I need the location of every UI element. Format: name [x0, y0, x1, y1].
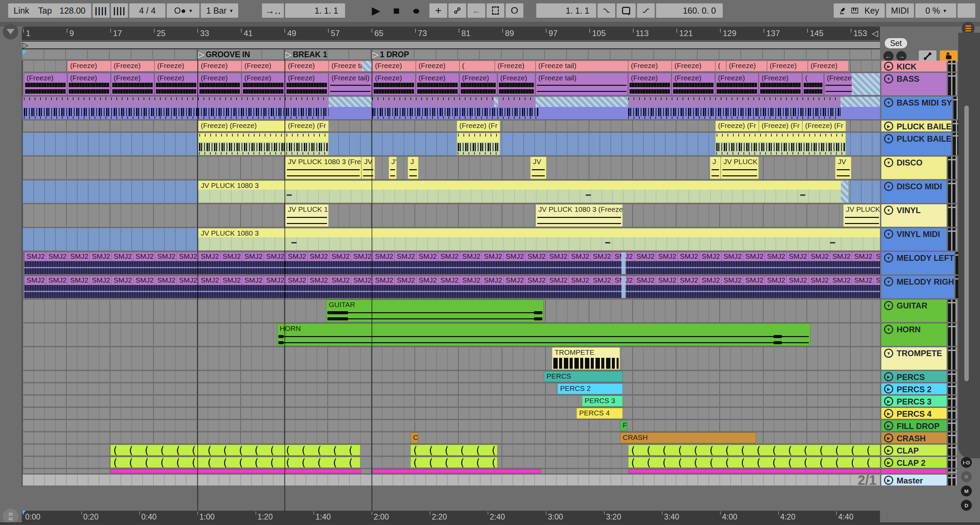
- clip[interactable]: [372, 469, 541, 473]
- clip[interactable]: J: [408, 156, 418, 179]
- session-record-link-icon[interactable]: [449, 3, 466, 18]
- lane-horn[interactable]: HORN: [22, 324, 880, 346]
- lane-kick[interactable]: (Freeze)(Freeze)(Freeze)(Freeze)(Freeze)…: [22, 61, 880, 72]
- track-header-melody-righ[interactable]: ▼MELODY RIGH: [881, 276, 957, 298]
- clip[interactable]: ( ( ( ( ( ( ( ( ( ( ( ( ( ( ( ( ( ( ( ( …: [110, 457, 360, 468]
- fold-track-icon[interactable]: ▼: [884, 301, 893, 310]
- back-to-arrangement-button[interactable]: ←: [468, 3, 485, 18]
- punch-out-button[interactable]: [637, 3, 655, 18]
- clip[interactable]: (Freeze): [154, 61, 198, 72]
- clip[interactable]: ( ( ( ( ( ( ( ( ( ( ( ( ( ( ( ( ( ( ( ( …: [628, 457, 880, 468]
- clip[interactable]: (Freeze): [628, 61, 672, 72]
- track-header-percs[interactable]: ▶PERCS: [881, 371, 957, 382]
- io-section-button[interactable]: I·O: [961, 457, 972, 468]
- track-header-pluck-baile[interactable]: ▼PLUCK BAILE: [881, 133, 957, 155]
- clip[interactable]: (Freeze): [372, 61, 416, 72]
- clip[interactable]: (Freeze tail): [824, 73, 880, 95]
- clip[interactable]: [628, 469, 880, 473]
- clip[interactable]: (Freeze) (Freeze): [198, 121, 285, 131]
- vertical-scrollbar[interactable]: [964, 105, 969, 381]
- track-header-melody-left[interactable]: ▼MELODY LEFT: [881, 252, 957, 274]
- clip[interactable]: PERCS 4: [576, 408, 623, 419]
- track-header-disco[interactable]: ▼DISCO: [881, 156, 957, 179]
- groove-quantize-button[interactable]: O● ▾: [167, 3, 199, 18]
- unfold-track-icon[interactable]: ▶: [884, 476, 893, 485]
- draw-mode-button[interactable]: [487, 3, 504, 18]
- clip[interactable]: (Freeze): [759, 73, 802, 95]
- stop-button[interactable]: ■: [388, 3, 405, 18]
- clip[interactable]: JV PLUCK 1080 3 (Free: [285, 156, 361, 179]
- clip[interactable]: TROMPETE: [552, 347, 620, 370]
- previous-locator-button[interactable]: ←: [883, 51, 894, 61]
- clip[interactable]: ( ( ( ( ( ( ( ( ( ( ( ( ( ( ( (: [410, 457, 498, 468]
- unfold-track-icon[interactable]: ▶: [884, 372, 893, 381]
- clip[interactable]: ( ( ( ( ( ( ( ( ( ( ( ( ( ( ( ( ( ( ( ( …: [110, 445, 360, 456]
- fold-track-icon[interactable]: ▼: [884, 134, 893, 143]
- fold-track-icon[interactable]: ▼: [884, 349, 893, 358]
- track-header-vinyl[interactable]: ▼VINYL: [881, 204, 957, 227]
- unfold-track-icon[interactable]: ▶: [884, 121, 893, 131]
- clip[interactable]: JV PLUCK 1080 3: [198, 228, 880, 251]
- lane-vinyl-midi[interactable]: JV PLUCK 1080 3: [22, 228, 880, 251]
- track-header-vinyl-midi[interactable]: ▼VINYL MIDI: [881, 228, 957, 251]
- clip[interactable]: (Freeze): [416, 61, 460, 72]
- scrub-area[interactable]: ▷: [22, 41, 880, 49]
- clip[interactable]: (Freeze): [416, 73, 460, 95]
- clip[interactable]: (Freeze): [672, 61, 715, 72]
- locator-break-1[interactable]: ▷BREAK 1: [285, 50, 327, 59]
- ruler-scroll-left-icon[interactable]: ◁: [872, 29, 878, 38]
- clip[interactable]: JV: [361, 156, 375, 179]
- clip[interactable]: C: [410, 432, 418, 443]
- track-header-guitar[interactable]: ▼GUITAR: [881, 300, 957, 322]
- track-header-kick[interactable]: ▶KICK: [881, 61, 957, 72]
- lane-hidden[interactable]: [22, 469, 880, 473]
- arrangement-position-field[interactable]: 1. 1. 1: [285, 3, 345, 18]
- lane-percs[interactable]: PERCS: [22, 371, 880, 382]
- clip[interactable]: JV PLUCK 10: [721, 156, 759, 179]
- unfold-track-icon[interactable]: ▶: [884, 458, 893, 467]
- bar-ruler[interactable]: 1917253341495765738189971051131211291371…: [22, 27, 880, 40]
- lane-vinyl[interactable]: JV PLUCK 1080 3 (Freeze)JV PLUCK 1080 3 …: [22, 204, 880, 227]
- unfold-track-icon[interactable]: ▶: [884, 421, 893, 430]
- lane-clap-2[interactable]: ( ( ( ( ( ( ( ( ( ( ( ( ( ( ( ( ( ( ( ( …: [22, 457, 880, 468]
- fold-track-icon[interactable]: ▼: [884, 253, 893, 263]
- clip[interactable]: (Freeze) (Fr: [715, 121, 759, 131]
- clip[interactable]: PERCS 2: [557, 383, 623, 394]
- cpu-meter[interactable]: 0 % ▾: [915, 3, 956, 18]
- unfold-track-icon[interactable]: ▶: [884, 433, 893, 443]
- clip[interactable]: (Freeze tail): [536, 61, 628, 72]
- track-header-trompete[interactable]: ▼TROMPETE: [881, 347, 957, 370]
- clip[interactable]: (: [715, 61, 726, 72]
- quantize-menu-button[interactable]: 1 Bar ▾: [201, 3, 238, 18]
- fold-arrangement-button[interactable]: [3, 24, 18, 40]
- track-header-fill-drop[interactable]: ▶FILL DROP: [881, 420, 957, 431]
- clip[interactable]: JV: [835, 156, 851, 179]
- clip[interactable]: (Freeze): [460, 73, 498, 95]
- lane-melody-righ[interactable]: SMJ2SMJ2SMJ2SMJ2SMJ2SMJ2SMJ2SMJ2SMJ2SMJ2…: [22, 276, 880, 298]
- lane-clap[interactable]: ( ( ( ( ( ( ( ( ( ( ( ( ( ( ( ( ( ( ( ( …: [22, 445, 880, 456]
- clip[interactable]: (Freeze): [198, 73, 242, 95]
- lane-percs-3[interactable]: PERCS 3: [22, 396, 880, 407]
- clip[interactable]: (Freeze ta: [329, 61, 372, 72]
- clip[interactable]: (Freeze): [111, 61, 154, 72]
- lane-pluck-baile[interactable]: [22, 133, 880, 155]
- set-locator-button[interactable]: Set: [885, 38, 907, 48]
- clip[interactable]: GUITAR: [326, 300, 544, 322]
- clip[interactable]: (Freeze): [767, 61, 808, 72]
- returns-section-button[interactable]: R: [961, 471, 972, 482]
- automation-link-button[interactable]: [919, 50, 937, 62]
- fold-track-icon[interactable]: ▼: [884, 182, 893, 191]
- clip[interactable]: (: [460, 61, 495, 72]
- clip[interactable]: (Freeze): [495, 61, 536, 72]
- clip[interactable]: J: [710, 156, 721, 179]
- clip[interactable]: (Freeze) (Fr: [759, 121, 802, 131]
- locator-groove-in[interactable]: ▷GROOVE IN: [198, 50, 250, 59]
- tempo-field[interactable]: 128.00: [54, 3, 91, 18]
- clip[interactable]: JV: [530, 156, 546, 179]
- track-header-clap-2[interactable]: ▶CLAP 2: [881, 457, 957, 468]
- lane-bass[interactable]: (Freeze)(Freeze)(Freeze)(Freeze)(Freeze)…: [22, 73, 880, 95]
- mixer-section-button[interactable]: M: [961, 485, 972, 496]
- loop-start-field[interactable]: 1. 1. 1: [536, 3, 596, 18]
- locator-row[interactable]: ▷GROOVE IN▷BREAK 1▷1 DROP: [22, 50, 880, 59]
- clip[interactable]: JV PLUCK 1080 3 (Freeze: [536, 204, 623, 227]
